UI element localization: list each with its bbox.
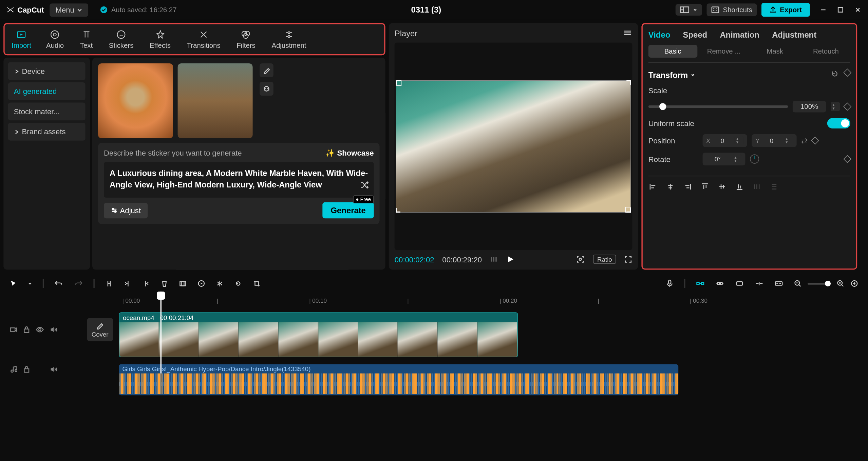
generated-thumbnail-1[interactable] <box>98 63 173 138</box>
scale-slider[interactable] <box>648 105 788 108</box>
sidebar-item-stock[interactable]: Stock mater... <box>8 103 86 121</box>
scale-input[interactable] <box>793 101 826 113</box>
showcase-button[interactable]: ✨ Showcase <box>325 149 374 158</box>
pointer-tool[interactable] <box>9 280 17 288</box>
sidebar-item-brand[interactable]: Brand assets <box>8 123 86 141</box>
refresh-thumb-button[interactable] <box>260 82 273 96</box>
stickers-tab[interactable]: Stickers <box>101 26 141 52</box>
generated-thumbnail-2[interactable] <box>178 63 253 138</box>
position-link-button[interactable]: ⇄ <box>801 136 808 145</box>
mirror-button[interactable] <box>216 280 224 288</box>
undo-button[interactable] <box>54 279 63 288</box>
adjust-button[interactable]: Adjust <box>104 203 148 218</box>
edit-thumb-button[interactable] <box>260 63 273 77</box>
fullscreen-button[interactable] <box>624 255 632 263</box>
filters-tab[interactable]: Filters <box>228 26 263 52</box>
trash-icon <box>161 280 169 288</box>
magnet-button[interactable] <box>696 280 705 287</box>
export-button[interactable]: Export <box>761 3 810 17</box>
close-button[interactable] <box>854 6 862 14</box>
adjustment-tab[interactable]: Adjustment <box>264 26 315 52</box>
crop-tool[interactable] <box>179 280 187 288</box>
shortcuts-button[interactable]: Shortcuts <box>707 3 757 16</box>
mic-button[interactable] <box>666 279 674 288</box>
video-frame[interactable] <box>396 80 631 213</box>
player-menu-button[interactable] <box>623 29 632 38</box>
track-lock-button[interactable] <box>23 326 30 334</box>
audio-clip[interactable]: Girls Girls Girls!_Anthemic Hyper-Pop/Da… <box>119 364 678 395</box>
keyframe-transform-button[interactable] <box>843 68 851 77</box>
subtab-basic[interactable]: Basic <box>648 45 697 58</box>
rotate-dial[interactable] <box>750 155 759 164</box>
align-top-button[interactable] <box>700 182 710 191</box>
reverse-button[interactable] <box>197 280 205 288</box>
link-button[interactable] <box>715 280 724 287</box>
align-center-h-button[interactable] <box>666 182 675 191</box>
video-clip[interactable]: ocean.mp400:00:21:04 <box>119 312 518 357</box>
redo-button[interactable] <box>74 279 83 288</box>
track-button[interactable] <box>755 280 764 287</box>
split-button[interactable] <box>105 280 113 288</box>
track-visible-button[interactable] <box>36 327 44 333</box>
maximize-button[interactable] <box>836 6 845 14</box>
delete-button[interactable] <box>161 280 169 288</box>
rotate-tool[interactable] <box>234 280 242 288</box>
align-center-v-button[interactable] <box>718 182 727 191</box>
props-tab-speed[interactable]: Speed <box>683 30 707 39</box>
keyframe-scale-button[interactable] <box>843 102 851 111</box>
transitions-tab[interactable]: Transitions <box>179 26 229 52</box>
cover-button[interactable]: Cover <box>87 318 113 341</box>
import-tab[interactable]: Import <box>5 26 38 52</box>
keyframe-rotate-button[interactable] <box>843 155 851 163</box>
minimize-button[interactable] <box>819 6 827 14</box>
pointer-dropdown[interactable] <box>28 281 33 286</box>
playhead[interactable] <box>161 292 162 373</box>
sidebar-item-device[interactable]: Device <box>8 62 86 80</box>
zoom-fit-button[interactable] <box>850 280 858 288</box>
layout-button[interactable] <box>676 4 702 16</box>
align-right-button[interactable] <box>683 182 692 191</box>
player-canvas[interactable] <box>395 43 632 250</box>
prompt-textarea[interactable]: A Luxurious dining area, A Modern White … <box>104 162 374 198</box>
ratio-button[interactable]: Ratio <box>593 255 616 264</box>
scan-button[interactable] <box>576 255 585 264</box>
uniform-scale-toggle[interactable] <box>827 118 850 129</box>
prev-frame-button[interactable] <box>490 255 498 263</box>
audio-lock-button[interactable] <box>23 365 30 374</box>
props-tab-animation[interactable]: Animation <box>720 30 759 39</box>
subtab-remove[interactable]: Remove ... <box>699 45 748 58</box>
preview-button[interactable] <box>735 280 744 287</box>
caption-button[interactable] <box>774 280 783 287</box>
reset-transform-button[interactable] <box>831 70 839 80</box>
subtab-mask[interactable]: Mask <box>751 45 799 58</box>
sidebar-item-ai-generated[interactable]: AI generated <box>8 82 86 100</box>
svg-rect-25 <box>11 328 15 331</box>
track-mute-button[interactable] <box>50 326 58 333</box>
menu-button[interactable]: Menu <box>50 3 88 16</box>
play-button[interactable] <box>506 255 515 264</box>
position-y-input[interactable]: Y0▲▼ <box>752 134 796 147</box>
props-tab-adjustment[interactable]: Adjustment <box>772 30 816 39</box>
zoom-in-icon <box>836 280 845 288</box>
align-bottom-button[interactable] <box>735 182 744 191</box>
subtab-retouch[interactable]: Retouch <box>801 45 850 58</box>
keyframe-position-button[interactable] <box>811 137 819 145</box>
split-right-button[interactable] <box>142 280 150 288</box>
position-x-input[interactable]: X0▲▼ <box>703 134 747 147</box>
audio-tab[interactable]: Audio <box>38 26 72 52</box>
zoom-slider[interactable] <box>808 283 831 284</box>
split-left-button[interactable] <box>124 280 132 288</box>
text-tab[interactable]: Text <box>72 26 101 52</box>
zoom-in-button[interactable] <box>836 280 845 288</box>
effects-tab[interactable]: Effects <box>141 26 179 52</box>
crop-img-button[interactable] <box>253 280 261 288</box>
props-tab-video[interactable]: Video <box>648 30 670 39</box>
shuffle-button[interactable] <box>360 181 369 193</box>
scale-spinner[interactable]: ▲▼ <box>831 102 840 111</box>
rotate-input[interactable]: 0°▲▼ <box>703 153 746 165</box>
zoom-out-button[interactable] <box>794 280 802 288</box>
generate-button[interactable]: Generate <box>323 202 374 219</box>
audio-mute-button[interactable] <box>50 366 58 373</box>
timeline-ruler[interactable]: | 00:00 | | 00:10 | | 00:20 | | 00:30 <box>119 292 864 306</box>
align-left-button[interactable] <box>648 182 658 191</box>
